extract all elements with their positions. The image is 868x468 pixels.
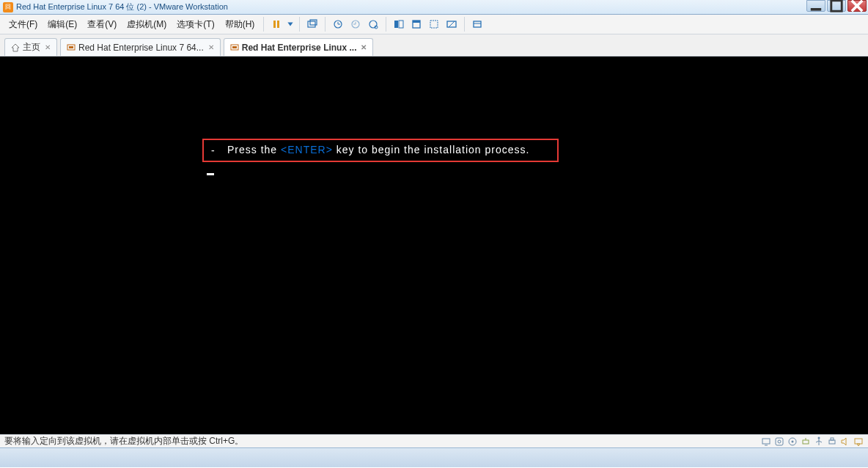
tab-home[interactable]: 主页 ✕: [4, 38, 57, 56]
svg-rect-28: [69, 46, 73, 48]
device-cd-icon[interactable]: [787, 436, 798, 447]
separator: [263, 17, 264, 32]
svg-rect-21: [430, 21, 438, 28]
menu-view[interactable]: 查看(V): [83, 16, 121, 33]
device-message-icon[interactable]: [853, 436, 864, 447]
svg-marker-6: [288, 23, 293, 26]
menu-vm[interactable]: 虚拟机(M): [122, 16, 171, 33]
svg-point-40: [818, 437, 820, 439]
svg-point-15: [369, 21, 377, 28]
menu-file[interactable]: 文件(F): [4, 16, 42, 33]
status-text: 要将输入定向到该虚拟机，请在虚拟机内部单击或按 Ctrl+G。: [4, 435, 243, 447]
tab-close-button[interactable]: ✕: [45, 43, 51, 51]
console-bullet: -: [211, 145, 216, 156]
svg-line-41: [816, 441, 819, 442]
svg-rect-5: [277, 21, 279, 28]
svg-marker-45: [842, 438, 846, 445]
device-network-icon[interactable]: [801, 436, 811, 447]
svg-marker-26: [12, 44, 19, 51]
svg-rect-24: [474, 21, 481, 27]
device-usb-icon[interactable]: [814, 436, 824, 447]
svg-marker-47: [857, 444, 860, 446]
os-taskbar: [0, 447, 868, 467]
vm-icon: [230, 43, 239, 52]
svg-rect-1: [831, 1, 842, 11]
menu-tabs[interactable]: 选项卡(T): [172, 16, 218, 33]
svg-rect-17: [394, 21, 398, 28]
tab-close-button[interactable]: ✕: [208, 43, 214, 51]
svg-rect-37: [803, 440, 809, 444]
svg-rect-31: [762, 439, 770, 444]
app-icon: 回: [3, 2, 13, 12]
close-button[interactable]: [847, 0, 867, 12]
svg-rect-18: [399, 21, 403, 28]
svg-point-34: [778, 440, 781, 443]
tab-vm-2[interactable]: Red Hat Enterprise Linux ... ✕: [224, 38, 374, 56]
tab-home-label: 主页: [23, 41, 40, 54]
statusbar: 要将输入定向到该虚拟机，请在虚拟机内部单击或按 Ctrl+G。: [0, 434, 868, 447]
menubar: 文件(F) 编辑(E) 查看(V) 虚拟机(M) 选项卡(T) 帮助(H): [0, 15, 868, 34]
window-title: Red Hat Enterprise Linux 7 64 位 (2) - VM…: [16, 1, 228, 12]
library-button[interactable]: [469, 16, 485, 32]
svg-rect-4: [273, 21, 276, 28]
svg-rect-30: [232, 46, 237, 48]
tab-vm-1[interactable]: Red Hat Enterprise Linux 7 64... ✕: [60, 38, 221, 56]
power-dropdown[interactable]: [286, 16, 295, 32]
svg-line-23: [449, 21, 455, 27]
snapshot-button[interactable]: [304, 16, 320, 32]
device-disk-icon[interactable]: [774, 436, 784, 447]
console-text-suffix: key to begin the installation process.: [333, 144, 530, 156]
console-cursor: [207, 173, 214, 175]
svg-point-36: [792, 441, 794, 443]
separator: [386, 17, 386, 32]
maximize-button[interactable]: [827, 0, 846, 12]
svg-rect-43: [829, 440, 835, 444]
console-text-prefix: Press the: [227, 144, 281, 156]
menu-edit[interactable]: 编辑(E): [43, 16, 81, 33]
manage-snapshot-button[interactable]: [365, 16, 381, 32]
revert-snapshot-button[interactable]: [330, 16, 346, 32]
svg-rect-8: [310, 20, 317, 25]
separator: [325, 17, 326, 32]
svg-rect-33: [776, 438, 783, 445]
tabbar: 主页 ✕ Red Hat Enterprise Linux 7 64... ✕ …: [0, 34, 868, 56]
device-printer-icon[interactable]: [827, 436, 837, 447]
tab-vm-2-label: Red Hat Enterprise Linux ...: [242, 43, 357, 53]
svg-line-42: [819, 441, 822, 442]
console-line: Press the <ENTER> key to begin the insta…: [227, 144, 529, 156]
svg-rect-44: [831, 438, 834, 440]
svg-rect-46: [855, 439, 862, 444]
separator: [299, 17, 300, 32]
window-controls: [806, 0, 867, 12]
device-sound-icon[interactable]: [840, 436, 850, 447]
menu-help[interactable]: 帮助(H): [221, 16, 260, 33]
svg-rect-20: [413, 21, 420, 23]
home-icon: [11, 43, 20, 52]
tab-close-button[interactable]: ✕: [361, 43, 367, 51]
svg-rect-7: [308, 21, 315, 27]
pause-button[interactable]: [268, 16, 284, 32]
view-console-button[interactable]: [391, 16, 407, 32]
vm-icon: [67, 43, 76, 52]
minimize-button[interactable]: [806, 0, 825, 12]
view-single-button[interactable]: [408, 16, 424, 32]
vm-console[interactable]: - Press the <ENTER> key to begin the ins…: [0, 56, 868, 434]
window-titlebar: 回 Red Hat Enterprise Linux 7 64 位 (2) - …: [0, 0, 868, 15]
view-unity-button[interactable]: [426, 16, 442, 32]
separator: [464, 17, 465, 32]
device-monitor-icon[interactable]: [761, 436, 771, 447]
device-status-tray: [761, 435, 864, 448]
tab-vm-1-label: Red Hat Enterprise Linux 7 64...: [78, 43, 204, 53]
console-enter-key: <ENTER>: [281, 144, 333, 156]
fullscreen-button[interactable]: [444, 16, 460, 32]
take-snapshot-button[interactable]: [347, 16, 364, 32]
